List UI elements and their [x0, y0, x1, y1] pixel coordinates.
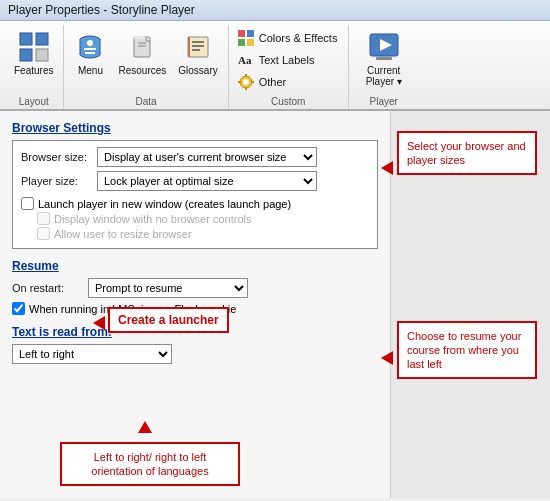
- svg-rect-17: [238, 39, 245, 46]
- browser-sizes-arrow: [381, 161, 393, 175]
- ribbon-group-data: Menu Resources: [64, 25, 228, 109]
- lms-checkbox[interactable]: [12, 302, 25, 315]
- create-launcher-text: Create a launcher: [118, 313, 219, 327]
- svg-point-4: [87, 40, 93, 46]
- on-restart-label: On restart:: [12, 282, 82, 294]
- svg-rect-3: [36, 49, 48, 61]
- text-direction-select[interactable]: Left to right: [12, 344, 172, 364]
- allow-resize-row: Allow user to resize browser: [21, 227, 369, 240]
- allow-resize-label: Allow user to resize browser: [54, 228, 192, 240]
- title-text: Player Properties - Storyline Player: [8, 3, 195, 17]
- svg-rect-8: [134, 36, 146, 39]
- launch-checkbox-row: Launch player in new window (creates lau…: [21, 197, 369, 210]
- player-size-row: Player size: Lock player at optimal size: [21, 171, 369, 191]
- player-group-label: Player: [349, 96, 419, 107]
- features-icon: [18, 31, 50, 63]
- svg-rect-15: [238, 30, 245, 37]
- svg-rect-5: [84, 48, 96, 50]
- browser-size-select[interactable]: Display at user's current browser size: [97, 147, 317, 167]
- text-labels-icon: Aa: [237, 51, 255, 69]
- colors-effects-button[interactable]: Colors & Effects: [235, 28, 342, 48]
- ribbon: Features Layout Menu: [0, 21, 550, 111]
- svg-rect-6: [85, 52, 95, 54]
- features-label: Features: [14, 65, 53, 76]
- display-window-checkbox[interactable]: [37, 212, 50, 225]
- other-label: Other: [259, 76, 287, 88]
- orientation-callout: Left to right/ right to left orientation…: [60, 442, 240, 486]
- menu-label: Menu: [78, 65, 103, 76]
- features-button[interactable]: Features: [10, 29, 57, 78]
- browser-size-row: Browser size: Display at user's current …: [21, 147, 369, 167]
- resume-title: Resume: [12, 259, 378, 273]
- resume-callout-text: Choose to resume your course from where …: [407, 330, 521, 370]
- ribbon-group-custom: Colors & Effects Aa Text Labels: [229, 25, 349, 109]
- svg-rect-23: [245, 87, 247, 90]
- svg-text:Aa: Aa: [238, 54, 252, 66]
- svg-rect-25: [251, 81, 254, 83]
- title-bar: Player Properties - Storyline Player: [0, 0, 550, 21]
- svg-rect-0: [20, 33, 32, 45]
- on-restart-select[interactable]: Prompt to resume: [88, 278, 248, 298]
- allow-resize-checkbox[interactable]: [37, 227, 50, 240]
- browser-sizes-callout: Select your browser and player sizes: [397, 131, 537, 175]
- text-labels-label: Text Labels: [259, 54, 315, 66]
- browser-settings-title: Browser Settings: [12, 121, 378, 135]
- svg-rect-24: [238, 81, 241, 83]
- browser-settings-box: Browser size: Display at user's current …: [12, 140, 378, 249]
- current-player-button[interactable]: CurrentPlayer ▾: [362, 29, 406, 89]
- orientation-callout-text: Left to right/ right to left orientation…: [91, 451, 208, 477]
- player-size-select[interactable]: Lock player at optimal size: [97, 171, 317, 191]
- menu-icon: [74, 31, 106, 63]
- orientation-arrow-up: [138, 421, 152, 433]
- data-group-label: Data: [64, 96, 227, 107]
- ribbon-group-layout: Features Layout: [4, 25, 64, 109]
- browser-sizes-text: Select your browser and player sizes: [407, 140, 526, 166]
- current-player-icon: [368, 31, 400, 63]
- resources-icon: [126, 31, 158, 63]
- menu-button[interactable]: Menu: [70, 29, 110, 78]
- colors-effects-label: Colors & Effects: [259, 32, 338, 44]
- resume-arrow: [381, 351, 393, 365]
- svg-rect-2: [36, 33, 48, 45]
- svg-rect-11: [188, 37, 208, 57]
- resources-label: Resources: [118, 65, 166, 76]
- on-restart-row: On restart: Prompt to resume: [12, 278, 378, 298]
- text-labels-button[interactable]: Aa Text Labels: [235, 50, 342, 70]
- colors-effects-icon: [237, 29, 255, 47]
- layout-group-label: Layout: [4, 96, 63, 107]
- right-panel: Select your browser and player sizes Cho…: [390, 111, 550, 498]
- svg-rect-16: [247, 30, 254, 37]
- svg-rect-28: [376, 57, 392, 60]
- other-gear-icon: [237, 73, 255, 91]
- svg-rect-22: [245, 74, 247, 77]
- glossary-button[interactable]: Glossary: [174, 29, 221, 78]
- current-player-label: CurrentPlayer ▾: [366, 65, 402, 87]
- content-panel: Browser Settings Browser size: Display a…: [0, 111, 390, 498]
- player-size-label: Player size:: [21, 175, 91, 187]
- display-window-label: Display window with no browser controls: [54, 213, 251, 225]
- launch-checkbox[interactable]: [21, 197, 34, 210]
- create-launcher-callout: Create a launcher: [108, 307, 229, 333]
- browser-size-label: Browser size:: [21, 151, 91, 163]
- launcher-arrow: [93, 316, 105, 330]
- browser-settings-section: Browser Settings Browser size: Display a…: [12, 121, 378, 249]
- svg-rect-1: [20, 49, 32, 61]
- svg-rect-18: [247, 39, 254, 46]
- glossary-label: Glossary: [178, 65, 217, 76]
- resources-button[interactable]: Resources: [114, 29, 170, 78]
- main-content: Browser Settings Browser size: Display a…: [0, 111, 550, 498]
- svg-point-21: [243, 79, 249, 85]
- ribbon-group-player: CurrentPlayer ▾ Player: [349, 25, 419, 109]
- custom-group-label: Custom: [229, 96, 348, 107]
- other-button[interactable]: Other: [235, 72, 342, 92]
- display-window-row: Display window with no browser controls: [21, 212, 369, 225]
- launch-label: Launch player in new window (creates lau…: [38, 198, 291, 210]
- resume-callout: Choose to resume your course from where …: [397, 321, 537, 379]
- glossary-icon: [182, 31, 214, 63]
